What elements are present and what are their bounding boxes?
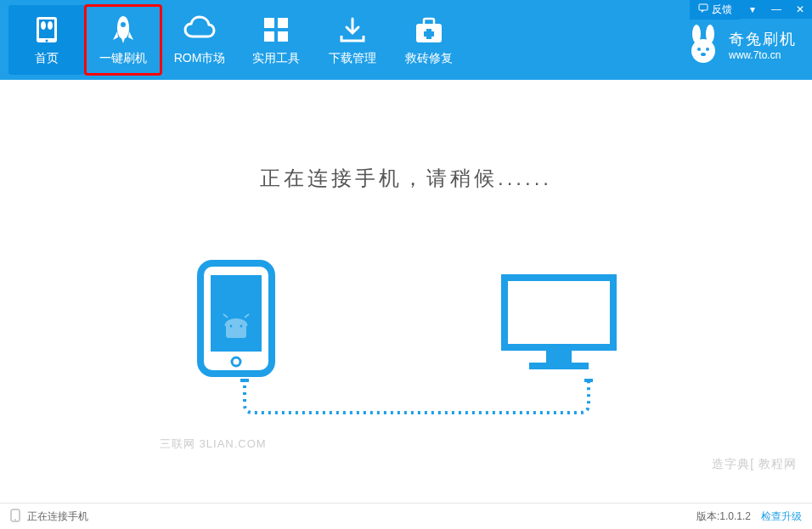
nav-label: 救砖修复 xyxy=(405,51,453,66)
chevron-down-icon: ▾ xyxy=(750,3,755,15)
comment-icon xyxy=(698,3,708,16)
statusbar-status-text: 正在连接手机 xyxy=(27,509,88,524)
watermark-left: 三联网 3LIAN.COM xyxy=(160,436,267,452)
home-icon xyxy=(31,14,62,46)
svg-rect-7 xyxy=(264,18,274,28)
minimize-button[interactable]: — xyxy=(764,0,788,19)
nav-label: 实用工具 xyxy=(252,51,300,66)
cable-icon xyxy=(240,379,593,421)
svg-point-3 xyxy=(41,21,46,30)
svg-point-19 xyxy=(706,48,709,51)
svg-rect-10 xyxy=(278,31,288,42)
feedback-label: 反馈 xyxy=(712,3,732,17)
svg-rect-29 xyxy=(505,278,613,347)
svg-rect-24 xyxy=(226,321,246,338)
statusbar: 正在连接手机 版本:1.0.1.2 检查升级 xyxy=(0,503,812,529)
svg-point-27 xyxy=(230,325,233,328)
svg-point-18 xyxy=(697,48,701,51)
svg-point-23 xyxy=(232,357,240,366)
nav-flash[interactable]: 一键刷机 xyxy=(85,5,161,75)
svg-rect-8 xyxy=(278,18,288,28)
svg-rect-0 xyxy=(699,4,708,10)
nav-label: 下载管理 xyxy=(329,51,376,66)
nav-label: 一键刷机 xyxy=(99,51,147,66)
check-update-link[interactable]: 检查升级 xyxy=(761,509,802,524)
svg-point-20 xyxy=(701,53,706,56)
svg-rect-32 xyxy=(240,379,249,382)
svg-rect-22 xyxy=(211,275,262,352)
nav-downloads[interactable]: 下载管理 xyxy=(314,5,391,75)
brand: 奇兔刷机 www.7to.cn xyxy=(686,24,797,66)
connection-illustration xyxy=(194,260,618,413)
phone-icon xyxy=(194,260,279,391)
version-label: 版本:1.0.1.2 xyxy=(696,509,751,524)
svg-rect-12 xyxy=(424,19,434,25)
watermark-right: 造字典[ 教程网 xyxy=(712,457,797,472)
svg-point-17 xyxy=(691,39,715,63)
connection-status-message: 正在连接手机，请稍候...... xyxy=(260,165,552,192)
svg-rect-14 xyxy=(424,31,434,37)
rabbit-logo-icon xyxy=(686,24,720,66)
svg-rect-30 xyxy=(546,351,572,363)
svg-rect-31 xyxy=(529,363,589,369)
phone-small-icon xyxy=(10,509,20,525)
nav-label: ROM市场 xyxy=(174,51,226,66)
rocket-icon xyxy=(108,14,138,46)
grid-icon xyxy=(262,14,290,46)
nav-home[interactable]: 首页 xyxy=(8,5,85,75)
nav-repair[interactable]: 救砖修复 xyxy=(391,5,467,75)
svg-point-5 xyxy=(46,40,48,42)
svg-point-28 xyxy=(240,325,243,328)
main-content: 正在连接手机，请稍候...... xyxy=(0,80,812,503)
svg-rect-2 xyxy=(39,20,54,38)
brand-url: www.7to.cn xyxy=(729,49,797,61)
svg-rect-33 xyxy=(584,379,593,382)
svg-point-4 xyxy=(48,21,53,30)
window-controls: 反馈 ▾ — ✕ xyxy=(690,0,812,19)
brand-name: 奇兔刷机 xyxy=(729,29,797,49)
svg-rect-9 xyxy=(264,31,274,42)
nav-tools[interactable]: 实用工具 xyxy=(238,5,314,75)
minimize-icon: — xyxy=(771,3,781,15)
download-icon xyxy=(338,14,367,46)
feedback-button[interactable]: 反馈 xyxy=(690,0,741,20)
dropdown-button[interactable]: ▾ xyxy=(741,0,764,19)
svg-point-35 xyxy=(14,519,16,521)
svg-point-6 xyxy=(121,22,126,27)
monitor-icon xyxy=(499,273,618,378)
medkit-icon xyxy=(414,14,444,46)
cloud-icon xyxy=(183,14,217,46)
nav-label: 首页 xyxy=(35,51,59,66)
close-icon: ✕ xyxy=(796,3,804,15)
close-button[interactable]: ✕ xyxy=(788,0,812,19)
nav-rom-market[interactable]: ROM市场 xyxy=(161,5,238,75)
